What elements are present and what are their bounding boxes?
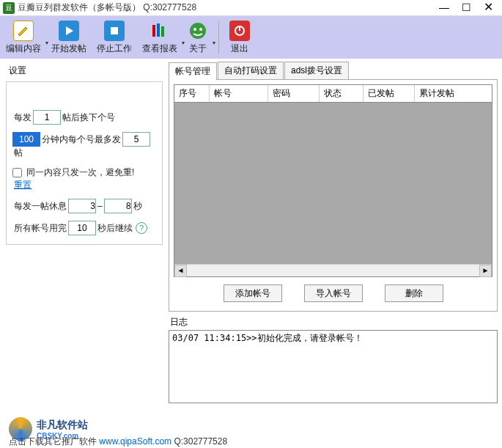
row-unique-content: 同一内容只发一次，避免重! 重置 (12, 166, 156, 191)
col-posted[interactable]: 已发帖 (363, 85, 415, 102)
start-post-button[interactable]: 开始发帖 (51, 21, 86, 55)
tab-adsl[interactable]: adsl拨号设置 (284, 62, 349, 79)
svg-point-7 (199, 28, 202, 31)
edit-icon (13, 21, 34, 41)
col-total[interactable]: 累计发帖 (415, 85, 492, 102)
scroll-right-icon[interactable]: ► (479, 265, 492, 277)
stop-icon (104, 21, 125, 41)
right-panel: 帐号管理 自动打码设置 adsl拨号设置 序号 帐号 密码 状态 已发帖 累计发… (169, 59, 502, 424)
label: 帖后换下个号 (62, 111, 115, 124)
main-area: 设置 每发 帖后换下个号 分钟内每个号最多发 帖 同一内容只发一次，避免重! 重… (0, 59, 502, 424)
dropdown-icon: ▾ (45, 40, 48, 46)
posts-before-switch-input[interactable] (33, 110, 61, 125)
log-textarea[interactable]: 03/07 11:34:15>>初始化完成，请登录帐号！ (169, 330, 498, 403)
wait-seconds-input[interactable] (68, 221, 96, 235)
row-max-per-account: 分钟内每个号最多发 帖 (12, 132, 156, 159)
col-index[interactable]: 序号 (174, 85, 210, 102)
minutes-input[interactable] (12, 132, 40, 147)
exit-label: 退出 (231, 43, 248, 55)
log-line: 03/07 11:34:15>>初始化完成，请登录帐号！ (172, 332, 494, 345)
import-account-button[interactable]: 导入帐号 (304, 284, 363, 302)
table-header: 序号 帐号 密码 状态 已发帖 累计发帖 (174, 85, 492, 103)
svg-point-5 (190, 23, 206, 39)
footer-post: Q:302777528 (171, 436, 227, 447)
delete-account-button[interactable]: 删除 (385, 284, 443, 302)
reset-link[interactable]: 重置 (14, 179, 32, 191)
footer: 点击下载其它推广软件 www.qipaSoft.com Q:302777528 (9, 436, 227, 448)
col-account[interactable]: 帐号 (210, 85, 268, 102)
settings-panel: 设置 每发 帖后换下个号 分钟内每个号最多发 帖 同一内容只发一次，避免重! 重… (0, 59, 169, 424)
help-icon[interactable]: ? (136, 222, 147, 234)
minimize-button[interactable]: — (433, 1, 455, 15)
label: 同一内容只发一次，避免重! (26, 166, 134, 179)
label: 分钟内每个号最多发 (42, 133, 121, 146)
report-icon (150, 21, 170, 41)
add-account-button[interactable]: 添加帐号 (224, 284, 282, 302)
dropdown-icon: ▾ (182, 40, 185, 46)
settings-title: 设置 (6, 63, 163, 81)
app-icon: 豆 (3, 2, 15, 14)
footer-url[interactable]: www.qipaSoft.com (99, 436, 171, 447)
close-button[interactable]: ✕ (477, 1, 499, 15)
label: – (97, 201, 103, 211)
about-icon (188, 21, 208, 41)
account-buttons: 添加帐号 导入帐号 删除 (174, 284, 492, 302)
watermark-text: 非凡软件站 (37, 419, 88, 432)
label: 帖 (14, 147, 23, 159)
exit-button[interactable]: 退出 (229, 21, 250, 55)
settings-group: 每发 帖后换下个号 分钟内每个号最多发 帖 同一内容只发一次，避免重! 重置 每… (6, 81, 163, 245)
accounts-tabpage: 序号 帐号 密码 状态 已发帖 累计发帖 ◄ ► 添加帐号 导入帐号 删除 (169, 80, 498, 312)
rest-max-input[interactable] (104, 199, 132, 213)
window-title: 豆瓣豆列群发软件（多帐号版） Q:302777528 (18, 1, 433, 14)
svg-point-6 (193, 28, 196, 31)
svg-rect-2 (152, 25, 155, 37)
report-label: 查看报表 (142, 43, 177, 55)
col-status[interactable]: 状态 (320, 85, 363, 102)
h-scrollbar[interactable]: ◄ ► (174, 264, 492, 276)
footer-pre: 点击下载其它推广软件 (9, 436, 99, 447)
toolbar: 编辑内容 ▾ 开始发帖 停止工作 查看报表 ▾ 关于 ▾ 退出 (0, 16, 502, 59)
stop-work-button[interactable]: 停止工作 (97, 21, 132, 55)
edit-label: 编辑内容 (6, 43, 41, 55)
dropdown-icon: ▾ (213, 40, 215, 46)
maximize-button[interactable]: ☐ (455, 1, 477, 15)
label: 秒后继续 (97, 222, 133, 235)
title-bar: 豆 豆瓣豆列群发软件（多帐号版） Q:302777528 — ☐ ✕ (0, 0, 502, 16)
about-label: 关于 (189, 43, 207, 55)
row-rest-between: 每发一帖休息 – 秒 (12, 199, 156, 213)
tab-accounts[interactable]: 帐号管理 (169, 62, 217, 80)
row-wait-all-done: 所有帐号用完 秒后继续 ? (12, 221, 156, 235)
row-switch-account: 每发 帖后换下个号 (12, 110, 156, 125)
scroll-left-icon[interactable]: ◄ (174, 265, 187, 277)
tab-bar: 帐号管理 自动打码设置 adsl拨号设置 (169, 62, 498, 80)
play-icon (59, 21, 79, 41)
svg-marker-0 (66, 26, 73, 35)
col-password[interactable]: 密码 (268, 85, 320, 102)
label: 秒 (133, 200, 142, 213)
label: 所有帐号用完 (14, 222, 67, 235)
exit-icon (229, 21, 250, 41)
svg-rect-1 (111, 27, 118, 34)
svg-rect-3 (157, 23, 160, 37)
label: 每发一帖休息 (14, 200, 67, 213)
log-title: 日志 (169, 312, 498, 330)
stop-label: 停止工作 (97, 43, 132, 55)
toolbar-separator (218, 21, 219, 54)
start-label: 开始发帖 (51, 43, 86, 55)
label: 每发 (14, 111, 32, 124)
rest-min-input[interactable] (68, 199, 96, 213)
tab-captcha[interactable]: 自动打码设置 (218, 62, 284, 79)
view-report-button[interactable]: 查看报表 ▾ (142, 21, 177, 55)
unique-content-checkbox[interactable] (12, 168, 22, 177)
svg-rect-4 (161, 26, 164, 37)
edit-content-button[interactable]: 编辑内容 ▾ (6, 21, 41, 55)
max-posts-input[interactable] (122, 132, 150, 147)
table-body[interactable] (174, 103, 492, 264)
accounts-table: 序号 帐号 密码 状态 已发帖 累计发帖 ◄ ► (174, 84, 492, 277)
about-button[interactable]: 关于 ▾ (188, 21, 208, 55)
